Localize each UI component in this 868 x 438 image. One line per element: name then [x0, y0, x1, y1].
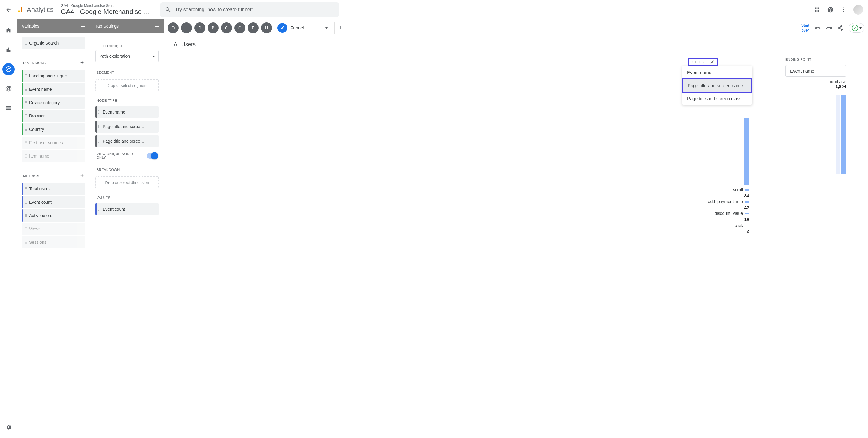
more-icon[interactable]: [840, 6, 847, 13]
canvas: O L D B C C E U Funnel ▾ + Startover: [164, 20, 868, 438]
search-input[interactable]: Try searching "how to create funnel": [160, 2, 339, 17]
segment-dropzone[interactable]: Drop or select segment: [95, 79, 159, 91]
popup-item-event-name[interactable]: Event name: [682, 66, 752, 79]
node-type-chip[interactable]: Page title and scree…: [95, 135, 159, 147]
tab-C[interactable]: C: [221, 23, 232, 33]
node-type-chip[interactable]: Event name: [95, 106, 159, 118]
dimension-chip[interactable]: Country: [22, 123, 85, 135]
settings-header: Tab Settings —: [91, 20, 164, 33]
avatar[interactable]: [854, 5, 863, 14]
list-item[interactable]: add_payment_info42: [688, 199, 749, 211]
chevron-down-icon: ▾: [860, 26, 862, 30]
node-type-chip[interactable]: Page title and scree…: [95, 121, 159, 133]
chevron-down-icon[interactable]: ▾: [326, 26, 328, 30]
metric-chip[interactable]: Active users: [22, 210, 85, 222]
svg-point-12: [6, 67, 11, 72]
canvas-toolbar: O L D B C C E U Funnel ▾ + Startover: [164, 20, 868, 36]
tab-E[interactable]: E: [248, 23, 259, 33]
dimension-chip[interactable]: Device category: [22, 96, 85, 109]
add-metric-button[interactable]: +: [81, 172, 84, 179]
list-item[interactable]: scroll84: [688, 187, 749, 199]
tab-C2[interactable]: C: [235, 23, 245, 33]
nav-advertising[interactable]: [2, 83, 14, 95]
collapse-icon[interactable]: —: [155, 24, 159, 29]
drag-handle-icon: [25, 88, 27, 91]
redo-button[interactable]: [826, 25, 833, 31]
segment-chip[interactable]: Organic Search: [22, 37, 85, 49]
dimension-chip[interactable]: Item name: [22, 150, 85, 162]
end-node-label: purchase 1,804: [785, 79, 846, 89]
product-name: Analytics: [27, 6, 54, 14]
step-items: scroll84 add_payment_info42 discount_val…: [688, 187, 749, 234]
svg-rect-16: [6, 108, 11, 109]
dimension-chip[interactable]: Browser: [22, 110, 85, 122]
nav-rail: [0, 20, 17, 438]
dimensions-header: DIMENSIONS +: [17, 54, 90, 69]
undo-button[interactable]: [814, 25, 821, 31]
add-tab-button[interactable]: +: [334, 22, 346, 34]
status-pill[interactable]: ✓ ▾: [849, 23, 864, 33]
end-bar[interactable]: [841, 95, 846, 174]
help-icon[interactable]: [827, 6, 834, 13]
unique-nodes-row: VIEW UNIQUE NODES ONLY: [91, 149, 164, 163]
list-item[interactable]: discount_value19: [688, 211, 749, 222]
ending-header: ENDING POINT: [785, 58, 846, 61]
metric-chip[interactable]: Sessions: [22, 236, 85, 248]
list-item[interactable]: click2: [688, 223, 749, 234]
analytics-logo-icon: [17, 6, 24, 13]
svg-rect-2: [815, 7, 817, 9]
drag-handle-icon: [25, 187, 27, 190]
apps-icon[interactable]: [813, 6, 820, 13]
metric-chip[interactable]: Event count: [22, 196, 85, 208]
svg-rect-11: [9, 50, 10, 52]
dimension-chip[interactable]: Event name: [22, 83, 85, 95]
breakdown-dropzone[interactable]: Drop or select dimension: [95, 176, 159, 188]
drag-handle-icon: [25, 200, 27, 204]
property-title[interactable]: GA4 - Google Merchandise Store GA4 - Goo…: [61, 4, 150, 16]
settings-panel: Tab Settings — TECHNIQUE Path exploratio…: [91, 20, 164, 438]
dimension-chip[interactable]: First user source / …: [22, 136, 85, 149]
svg-point-6: [843, 7, 844, 8]
metric-chip[interactable]: Total users: [22, 183, 85, 195]
active-tab[interactable]: Funnel ▾: [275, 23, 331, 33]
drag-handle-icon: [25, 227, 27, 230]
tab-U[interactable]: U: [261, 23, 272, 33]
values-chip[interactable]: Event count: [95, 203, 159, 215]
drag-handle-icon: [25, 74, 27, 77]
popup-item-page-title-screen-name[interactable]: Page title and screen name: [682, 78, 752, 93]
top-icons: [813, 5, 863, 14]
svg-rect-17: [6, 109, 11, 110]
drag-handle-icon: [25, 128, 27, 131]
step-main-bar[interactable]: [744, 118, 749, 185]
add-dimension-button[interactable]: +: [81, 59, 84, 66]
unique-nodes-toggle[interactable]: [147, 153, 158, 159]
technique-dropdown[interactable]: Path exploration ▾: [95, 50, 159, 62]
back-button[interactable]: [5, 6, 12, 13]
drag-handle-icon: [25, 141, 27, 144]
nav-explore[interactable]: [2, 63, 14, 75]
tab-D[interactable]: D: [194, 23, 205, 33]
ending-node-select[interactable]: Event name: [785, 65, 846, 77]
search-icon: [165, 6, 172, 13]
logo: Analytics: [17, 6, 54, 14]
step-header[interactable]: STEP -1: [688, 58, 718, 66]
tab-L[interactable]: L: [181, 23, 192, 33]
nav-configure[interactable]: [2, 102, 14, 114]
nav-admin[interactable]: [2, 421, 14, 433]
popup-item-page-title-screen-class[interactable]: Page title and screen class: [682, 92, 752, 105]
share-button[interactable]: [837, 25, 844, 31]
start-over-button[interactable]: Startover: [801, 23, 809, 32]
tab-O[interactable]: O: [167, 23, 179, 33]
drag-handle-icon: [98, 125, 100, 128]
property-name: GA4 - Google Merchandise …: [61, 8, 150, 16]
nav-reports[interactable]: [2, 44, 14, 56]
svg-rect-9: [6, 49, 8, 52]
nav-home[interactable]: [2, 24, 14, 36]
node-type-popup: Event name Page title and screen name Pa…: [682, 66, 752, 105]
dimension-chip[interactable]: Landing page + que…: [22, 70, 85, 82]
ending-column: ENDING POINT Event name purchase 1,804: [785, 58, 846, 234]
collapse-icon[interactable]: —: [81, 24, 85, 29]
segment-label: SEGMENT: [91, 66, 164, 77]
tab-B[interactable]: B: [208, 23, 219, 33]
metric-chip[interactable]: Views: [22, 223, 85, 235]
